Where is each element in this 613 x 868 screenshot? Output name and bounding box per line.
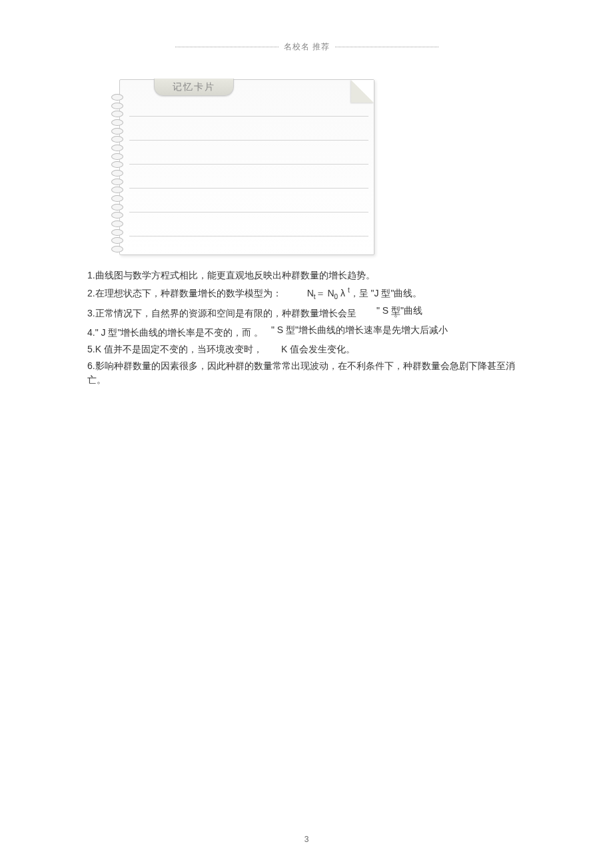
header-text: 名校名 推荐 <box>279 41 335 53</box>
binding-ring <box>111 103 123 109</box>
header-decor-left <box>175 47 279 47</box>
binding-ring <box>111 229 123 236</box>
spiral-binding <box>111 94 123 252</box>
formula: Nt＝ N0 λ t <box>307 288 350 298</box>
ruled-line <box>129 164 368 165</box>
page-ruled-lines <box>129 104 368 248</box>
binding-ring <box>111 195 123 202</box>
binding-ring <box>111 220 123 227</box>
binding-ring <box>111 136 123 143</box>
binding-ring <box>111 212 123 218</box>
text-line-6: 6.影响种群数量的因素很多，因此种群的数量常常出现波动，在不利条件下，种群数量会… <box>87 359 527 387</box>
sym-N: N <box>307 288 314 298</box>
text-line-2: 2.在理想状态下，种群数量增长的数学模型为：Nt＝ N0 λ t，呈 "J 型"… <box>87 285 527 301</box>
binding-ring <box>111 161 123 168</box>
binding-ring <box>111 94 123 101</box>
binding-ring <box>111 246 123 252</box>
binding-ring <box>111 119 123 126</box>
ruled-line <box>129 188 368 189</box>
sym-sub-0: 0 <box>334 292 338 300</box>
binding-ring <box>111 153 123 160</box>
ruled-line <box>129 140 368 141</box>
ruled-line <box>129 236 368 236</box>
binding-ring <box>111 170 123 177</box>
text-line-1: 1.曲线图与数学方程式相比，能更直观地反映出种群数量的增长趋势。 <box>87 268 527 282</box>
ruled-line <box>129 116 368 117</box>
page-number: 3 <box>0 835 613 844</box>
text-line-4: 4." J 型"增长曲线的增长率是不变的，而 。 <box>87 326 527 340</box>
notebook-page <box>119 79 374 255</box>
binding-ring <box>111 179 123 185</box>
binding-ring <box>111 128 123 135</box>
sym-N0: N <box>327 288 334 298</box>
binding-ring <box>111 204 123 211</box>
header-decor-right <box>335 47 438 47</box>
memory-card-notebook: 记忆卡片 <box>111 79 374 255</box>
sym-eq: ＝ <box>316 288 325 298</box>
page-fold-top <box>351 80 374 103</box>
text-line-5: 5.K 值并不是固定不变的，当环境改变时， K 值会发生变化。 <box>87 342 527 356</box>
text-line-3: 3.正常情况下，自然界的资源和空间是有限的，种群数量增长会呈 。 <box>87 306 527 320</box>
sym-lambda: λ <box>340 288 345 298</box>
line2-suffix: ，呈 "J 型"曲线。 <box>350 288 422 298</box>
binding-ring <box>111 237 123 244</box>
header: 名校名 推荐 <box>0 0 613 53</box>
ruled-line <box>129 212 368 213</box>
document-body-text: 1.曲线图与数学方程式相比，能更直观地反映出种群数量的增长趋势。 2.在理想状态… <box>87 268 527 390</box>
binding-ring <box>111 187 123 193</box>
line2-prefix: 2.在理想状态下，种群数量增长的数学模型为： <box>87 288 282 298</box>
binding-ring <box>111 145 123 151</box>
notebook-tab-label: 记忆卡片 <box>154 79 234 96</box>
binding-ring <box>111 111 123 117</box>
